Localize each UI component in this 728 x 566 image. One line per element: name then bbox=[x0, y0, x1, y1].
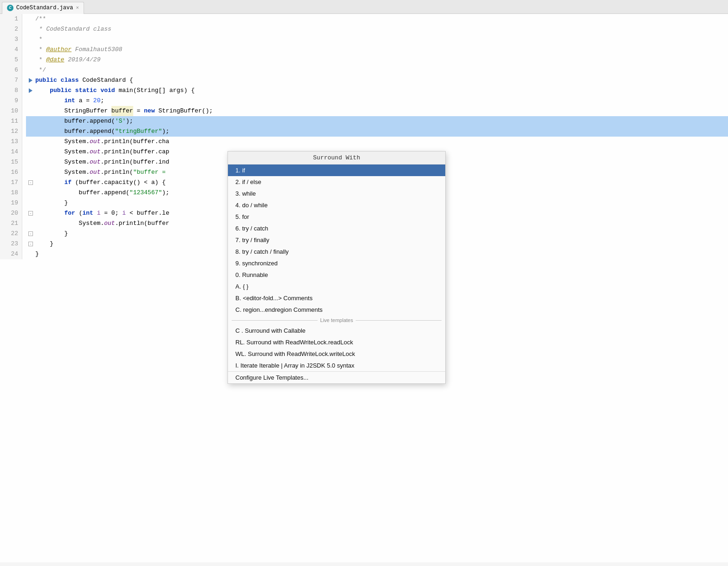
code-line: * bbox=[26, 34, 728, 45]
popup-item-try-catch[interactable]: 6. try / catch bbox=[228, 223, 445, 234]
code-line: int a = 20; bbox=[26, 96, 728, 106]
breakpoint-arrow-icon bbox=[29, 78, 32, 83]
code-line: StringBuffer buffer = new StringBuffer()… bbox=[26, 106, 728, 116]
fold-icon[interactable]: - bbox=[28, 180, 33, 185]
popup-item-while[interactable]: 3. while bbox=[228, 188, 445, 199]
popup-item-if-else[interactable]: 2. if / else bbox=[228, 176, 445, 188]
code-line: * @date 2019/4/29 bbox=[26, 55, 728, 65]
code-line: System.out.println(buffer.cha bbox=[26, 137, 728, 147]
popup-item-callable[interactable]: C . Surround with Callable bbox=[228, 325, 445, 336]
tab-bar: C CodeStandard.java × bbox=[0, 0, 728, 14]
code-line: * CodeStandard class bbox=[26, 24, 728, 34]
code-line: * @author Fomalhaut5308 bbox=[26, 45, 728, 55]
popup-item-editor-fold[interactable]: B. <editor-fold...> Comments bbox=[228, 292, 445, 304]
popup-item-braces[interactable]: A. { } bbox=[228, 281, 445, 292]
popup-item-for[interactable]: 5. for bbox=[228, 211, 445, 223]
app-window: C CodeStandard.java × 123456 789101112 1… bbox=[0, 0, 728, 562]
popup-item-try-catch-finally[interactable]: 8. try / catch / finally bbox=[228, 246, 445, 257]
popup-item-synchronized[interactable]: 9. synchronized bbox=[228, 257, 445, 269]
tab-codestandardjava[interactable]: C CodeStandard.java × bbox=[2, 2, 84, 14]
fold-icon[interactable]: - bbox=[28, 211, 33, 216]
java-file-icon: C bbox=[7, 5, 13, 11]
popup-title: Surround With bbox=[228, 151, 445, 165]
popup-item-readwritelock-read[interactable]: RL. Surround with ReadWriteLock.readLock bbox=[228, 336, 445, 348]
gutter-17: - bbox=[26, 180, 35, 185]
popup-item-do-while[interactable]: 4. do / while bbox=[228, 199, 445, 211]
tab-filename: CodeStandard.java bbox=[16, 5, 73, 11]
gutter-7 bbox=[26, 78, 35, 83]
live-templates-divider: Live templates bbox=[228, 316, 445, 325]
tab-close-button[interactable]: × bbox=[76, 5, 79, 11]
code-line: buffer.append("tringBuffer"); bbox=[26, 126, 728, 137]
gutter-20: - bbox=[26, 211, 35, 216]
gutter-22: - bbox=[26, 231, 35, 236]
breakpoint-arrow-icon bbox=[29, 88, 32, 93]
gutter-8 bbox=[26, 88, 35, 93]
code-line: buffer.append('S'); bbox=[26, 116, 728, 126]
popup-item-runnable[interactable]: 0. Runnable bbox=[228, 269, 445, 281]
code-line: public static void main(String[] args) { bbox=[26, 86, 728, 96]
popup-item-readwritelock-write[interactable]: WL. Surround with ReadWriteLock.writeLoc… bbox=[228, 348, 445, 360]
code-line: */ bbox=[26, 65, 728, 75]
popup-item-try-finally[interactable]: 7. try / finally bbox=[228, 234, 445, 246]
code-line: public class CodeStandard { bbox=[26, 75, 728, 86]
popup-item-iterate-iterable[interactable]: I. Iterate Iterable | Array in J2SDK 5.0… bbox=[228, 360, 445, 371]
popup-item-region[interactable]: C. region...endregion Comments bbox=[228, 304, 445, 316]
editor-area: 123456 789101112 131415161718 1920212223… bbox=[0, 14, 728, 562]
line-numbers-gutter: 123456 789101112 131415161718 1920212223… bbox=[0, 14, 22, 259]
code-line: /** bbox=[26, 14, 728, 24]
surround-with-popup: Surround With 1. if 2. if / else 3. whil… bbox=[228, 151, 446, 384]
fold-icon[interactable]: - bbox=[28, 231, 33, 236]
fold-icon[interactable]: - bbox=[28, 242, 33, 246]
gutter-23: - bbox=[26, 242, 35, 246]
popup-item-configure-live-templates[interactable]: Configure Live Templates... bbox=[228, 372, 445, 383]
popup-item-if[interactable]: 1. if bbox=[228, 165, 445, 176]
